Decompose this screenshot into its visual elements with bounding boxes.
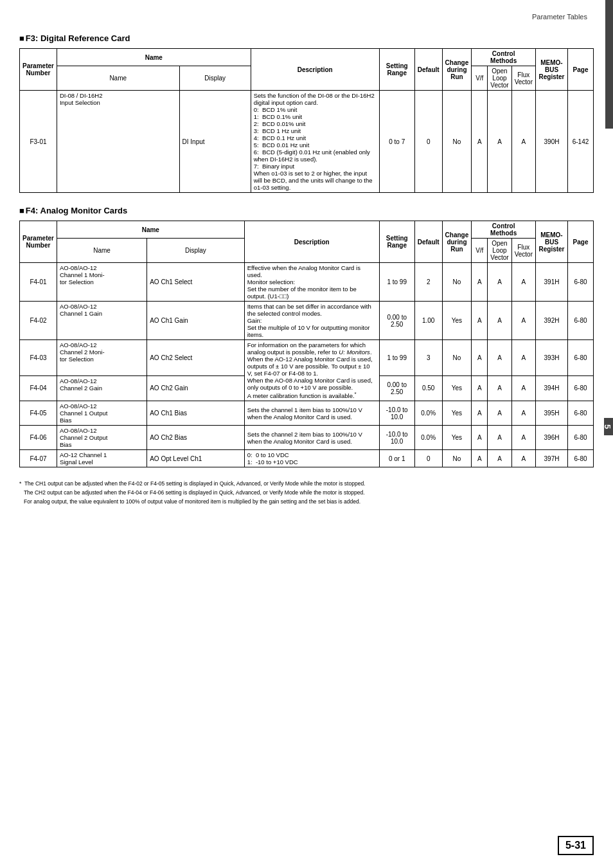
side-tab: 5 bbox=[604, 418, 613, 435]
setting-range-f4-04: 0.00 to 2.50 bbox=[379, 375, 414, 401]
th-description-f4: Description bbox=[244, 221, 379, 263]
page-f4-04: 6-80 bbox=[568, 375, 594, 401]
default-f4-03: 3 bbox=[414, 340, 442, 376]
change-run-f4-03: No bbox=[442, 340, 472, 376]
name-top: DI-08 / DI-16H2Input Selection bbox=[57, 91, 179, 193]
ol-f4-01: A bbox=[488, 263, 511, 302]
default-f4-07: 0 bbox=[414, 450, 442, 467]
ol-f4-02: A bbox=[488, 302, 511, 340]
param-num-f4-03: F4-03 bbox=[20, 340, 57, 376]
th-setting-range-f4: SettingRange bbox=[379, 221, 414, 263]
f3-table: ParameterNumber Name Description Setting… bbox=[19, 48, 594, 193]
page-header: Parameter Tables bbox=[19, 13, 594, 21]
th-param-number: ParameterNumber bbox=[20, 49, 57, 91]
th-change-during-run: ChangeduringRun bbox=[442, 49, 472, 91]
default-f4-01: 2 bbox=[414, 263, 442, 302]
name-display-f4-04: AO Ch2 Gain bbox=[147, 375, 245, 401]
memo-f4-02: 392H bbox=[536, 302, 568, 340]
memo-f4-04: 394H bbox=[536, 375, 568, 401]
vf-f4-04: A bbox=[472, 375, 488, 401]
memo-f4-07: 397H bbox=[536, 450, 568, 467]
param-num-f4-02: F4-02 bbox=[20, 302, 57, 340]
th-vf: V/f bbox=[472, 66, 488, 91]
flux-f4-04: A bbox=[511, 375, 535, 401]
th-control-methods: ControlMethods bbox=[472, 49, 536, 66]
th-setting-range: SettingRange bbox=[379, 49, 414, 91]
page-f4-03: 6-80 bbox=[568, 340, 594, 376]
th-default-f4: Default bbox=[414, 221, 442, 263]
th-page: Page bbox=[568, 49, 594, 91]
name-top-f4-06: AO-08/AO-12Channel 2 OutputBias bbox=[57, 426, 147, 450]
memo-f4-01: 391H bbox=[536, 263, 568, 302]
memo-f4-06: 396H bbox=[536, 426, 568, 450]
flux-f4-05: A bbox=[511, 401, 535, 426]
header-title: Parameter Tables bbox=[532, 13, 587, 21]
param-num-f4-06: F4-06 bbox=[20, 426, 57, 450]
default-f4-05: 0.0% bbox=[414, 401, 442, 426]
change-run-f4-01: No bbox=[442, 263, 472, 302]
setting-range-f4-07: 0 or 1 bbox=[379, 450, 414, 467]
th-default: Default bbox=[414, 49, 442, 91]
f3-section: F3: Digital Reference Card ParameterNumb… bbox=[19, 33, 594, 193]
change-run-f4-02: Yes bbox=[442, 302, 472, 340]
th-memo-f4: MEMO-BUSRegister bbox=[536, 221, 568, 263]
name-top-f4-03: AO-08/AO-12Channel 2 Moni-tor Selection bbox=[57, 340, 147, 376]
page-number: 5-31 bbox=[558, 836, 594, 855]
vf-f4-03: A bbox=[472, 340, 488, 376]
vf-f4-06: A bbox=[472, 426, 488, 450]
name-display-f4-01: AO Ch1 Select bbox=[147, 263, 245, 302]
name-top-f4-05: AO-08/AO-12Channel 1 OutputBias bbox=[57, 401, 147, 426]
param-num-f4-04: F4-04 bbox=[20, 375, 57, 401]
th-flux: FluxVector bbox=[511, 66, 535, 91]
vf-val: A bbox=[472, 91, 488, 193]
flux-f4-01: A bbox=[511, 263, 535, 302]
change-run-f4-07: No bbox=[442, 450, 472, 467]
flux-f4-07: A bbox=[511, 450, 535, 467]
page-f4-05: 6-80 bbox=[568, 401, 594, 426]
setting-range-f4-02: 0.00 to 2.50 bbox=[379, 302, 414, 340]
setting-range: 0 to 7 bbox=[379, 91, 414, 193]
param-num-f4-07: F4-07 bbox=[20, 450, 57, 467]
table-row: F4-03 AO-08/AO-12Channel 2 Moni-tor Sele… bbox=[20, 340, 594, 376]
desc-f4-01: Effective when the Analog Monitor Card i… bbox=[244, 263, 379, 302]
ol-f4-06: A bbox=[488, 426, 511, 450]
memo-reg: 390H bbox=[536, 91, 568, 193]
th-name-name: Name bbox=[57, 66, 179, 91]
default-f4-02: 1.00 bbox=[414, 302, 442, 340]
name-top-f4-01: AO-08/AO-12Channel 1 Moni-tor Selection bbox=[57, 263, 147, 302]
description: Sets the function of the DI-08 or the DI… bbox=[251, 91, 379, 193]
f4-section: F4: Analog Monitor Cards ParameterNumber… bbox=[19, 206, 594, 505]
f4-title: F4: Analog Monitor Cards bbox=[19, 206, 594, 215]
ol-f4-07: A bbox=[488, 450, 511, 467]
change-run-f4-04: Yes bbox=[442, 375, 472, 401]
setting-range-f4-06: -10.0 to 10.0 bbox=[379, 426, 414, 450]
table-row: F4-01 AO-08/AO-12Channel 1 Moni-tor Sele… bbox=[20, 263, 594, 302]
table-row: F4-05 AO-08/AO-12Channel 1 OutputBias AO… bbox=[20, 401, 594, 426]
th-control-methods-f4: ControlMethods bbox=[472, 221, 536, 239]
th-param-number-f4: ParameterNumber bbox=[20, 221, 57, 263]
th-memo: MEMO-BUSRegister bbox=[536, 49, 568, 91]
footnote-3: For analog output, the value equivalent … bbox=[19, 498, 594, 505]
name-display-f4-03: AO Ch2 Select bbox=[147, 340, 245, 376]
th-open-loop: OpenLoopVector bbox=[488, 66, 511, 91]
desc-f4-02: Items that can be set differ in accordan… bbox=[244, 302, 379, 340]
name-top-f4-02: AO-08/AO-12Channel 1 Gain bbox=[57, 302, 147, 340]
flux-f4-02: A bbox=[511, 302, 535, 340]
param-num-f4-01: F4-01 bbox=[20, 263, 57, 302]
th-page-f4: Page bbox=[568, 221, 594, 263]
vf-f4-05: A bbox=[472, 401, 488, 426]
flux-f4-03: A bbox=[511, 340, 535, 376]
table-row: F4-02 AO-08/AO-12Channel 1 Gain AO Ch1 G… bbox=[20, 302, 594, 340]
th-name-name-f4: Name bbox=[57, 239, 147, 263]
name-display-f4-02: AO Ch1 Gain bbox=[147, 302, 245, 340]
page-val: 6-142 bbox=[568, 91, 594, 193]
desc-f4-06: Sets the channel 2 item bias to 100%/10 … bbox=[244, 426, 379, 450]
desc-f4-03-04: For information on the parameters for wh… bbox=[244, 340, 379, 401]
f4-table: ParameterNumber Name Description Setting… bbox=[19, 221, 594, 467]
vf-f4-02: A bbox=[472, 302, 488, 340]
change-run: No bbox=[442, 91, 472, 193]
memo-f4-05: 395H bbox=[536, 401, 568, 426]
table-row: F3-01 DI-08 / DI-16H2Input Selection DI … bbox=[20, 91, 594, 193]
page-f4-01: 6-80 bbox=[568, 263, 594, 302]
vf-f4-01: A bbox=[472, 263, 488, 302]
